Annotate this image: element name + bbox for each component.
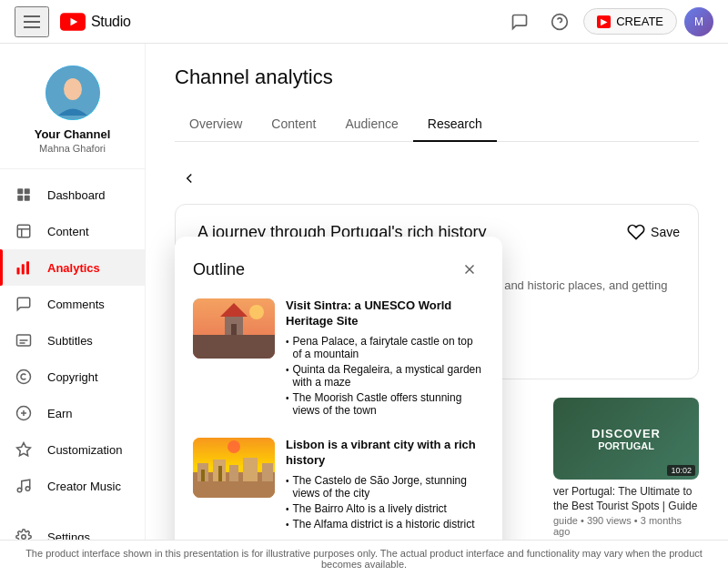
svg-point-5 [64, 78, 82, 100]
back-button[interactable] [175, 164, 204, 193]
sintra-title: Visit Sintra: a UNESCO World Heritage Si… [286, 298, 484, 329]
messages-icon [511, 13, 529, 31]
svg-rect-10 [25, 196, 30, 201]
settings-icon [15, 528, 33, 540]
help-button[interactable] [543, 5, 576, 38]
video-duration-2: 10:02 [667, 465, 695, 476]
outline-modal: Outline [175, 237, 502, 540]
dashboard-icon [15, 186, 33, 204]
svg-point-24 [17, 488, 22, 492]
sidebar-item-analytics[interactable]: Analytics [0, 249, 145, 286]
lisbon-point-2: • The Bairro Alto is a lively district [286, 502, 484, 515]
lisbon-thumbnail [193, 438, 275, 498]
channel-avatar[interactable] [46, 66, 100, 120]
analytics-tabs: Overview Content Audience Research [175, 107, 699, 142]
sidebar-item-creator-music[interactable]: Creator Music [0, 468, 145, 504]
sidebar-item-comments[interactable]: Comments [0, 286, 145, 322]
youtube-logo[interactable]: Studio [60, 13, 131, 31]
discover-title: ver Portugal: The Ultimate to the Best T… [553, 485, 699, 513]
back-icon [181, 170, 197, 187]
sidebar-item-content[interactable]: Content [0, 213, 145, 249]
messages-button[interactable] [503, 5, 536, 38]
creator-music-icon [15, 477, 33, 495]
dashboard-label: Dashboard [47, 188, 106, 202]
sidebar-item-subtitles[interactable]: Subtitles [0, 322, 145, 359]
tab-content[interactable]: Content [257, 107, 330, 142]
discover-video-card: DISCOVER PORTUGAL 10:02 ver Portugal: Th… [553, 398, 699, 540]
channel-avatar-img [46, 66, 100, 120]
content-label: Content [47, 225, 89, 238]
svg-rect-43 [218, 466, 222, 481]
customization-label: Customization [47, 443, 122, 457]
lisbon-content: Lisbon is a vibrant city with a rich his… [286, 438, 484, 533]
sidebar-nav: Dashboard Content Analytics [0, 169, 145, 540]
outline-header: Outline [193, 255, 484, 284]
footer-text: The product interface shown in this pres… [22, 548, 706, 570]
earn-label: Earn [47, 407, 72, 420]
sidebar-item-copyright[interactable]: Copyright [0, 359, 145, 395]
sintra-point-3: • The Moorish Castle offers stunning vie… [286, 391, 484, 417]
footer: The product interface shown in this pres… [0, 540, 728, 576]
svg-rect-8 [25, 188, 30, 194]
discover-meta: guide • 390 views • 3 months ago [553, 515, 699, 537]
svg-rect-7 [17, 188, 23, 194]
save-button[interactable]: Save [627, 223, 680, 241]
svg-rect-42 [201, 470, 205, 481]
help-icon [551, 13, 569, 31]
header: Studio ▶ CREATE M [0, 0, 728, 44]
create-button[interactable]: ▶ CREATE [583, 8, 677, 35]
save-label: Save [651, 225, 680, 239]
svg-rect-15 [22, 264, 25, 274]
creator-music-label: Creator Music [47, 480, 121, 493]
svg-rect-39 [229, 465, 238, 481]
sintra-content: Visit Sintra: a UNESCO World Heritage Si… [286, 298, 484, 419]
sidebar-item-customization[interactable]: Customization [0, 431, 145, 468]
analytics-icon [15, 258, 33, 277]
main-layout: Your Channel Mahna Ghafori Dashboard Con… [0, 44, 728, 540]
tab-overview[interactable]: Overview [175, 107, 257, 142]
settings-label: Settings [47, 531, 90, 541]
svg-rect-11 [17, 225, 30, 237]
outline-title: Outline [193, 260, 245, 279]
customization-icon [15, 440, 33, 459]
outline-item-sintra: Visit Sintra: a UNESCO World Heritage Si… [193, 298, 484, 419]
comments-icon [15, 295, 33, 313]
create-label: CREATE [616, 15, 663, 28]
save-icon [627, 223, 645, 241]
channel-name: Your Channel [11, 127, 134, 141]
svg-rect-40 [243, 458, 258, 481]
avatar-initials: M [694, 15, 703, 28]
svg-point-44 [228, 440, 240, 453]
tab-research[interactable]: Research [413, 107, 497, 142]
earn-icon [15, 404, 33, 422]
sidebar-item-dashboard[interactable]: Dashboard [0, 177, 145, 213]
sintra-thumbnail [193, 298, 275, 359]
user-avatar[interactable]: M [684, 7, 713, 36]
research-panel: A journey through Portugal's rich histor… [175, 164, 699, 540]
comments-label: Comments [47, 298, 105, 311]
portugal-text: PORTUGAL [598, 440, 654, 451]
svg-rect-30 [193, 335, 275, 359]
outline-card: Outline [175, 237, 502, 540]
sidebar-item-earn[interactable]: Earn [0, 395, 145, 431]
copyright-icon [15, 368, 33, 386]
outline-close-button[interactable] [455, 255, 484, 284]
svg-rect-14 [17, 268, 20, 275]
tab-audience[interactable]: Audience [330, 107, 412, 142]
main-content: Channel analytics Overview Content Audie… [146, 44, 728, 540]
content-inner: Channel analytics Overview Content Audie… [146, 44, 728, 540]
create-yt-icon: ▶ [597, 15, 611, 28]
sintra-point-1: • Pena Palace, a fairytale castle on top… [286, 335, 484, 360]
svg-point-34 [249, 305, 264, 319]
close-icon [461, 261, 478, 278]
page-title: Channel analytics [175, 66, 699, 89]
svg-rect-41 [262, 463, 273, 481]
content-icon [15, 222, 33, 240]
sidebar-item-settings[interactable]: Settings [0, 519, 145, 540]
lisbon-point-1: • The Castelo de São Jorge, stunning vie… [286, 474, 484, 500]
menu-button[interactable] [15, 6, 49, 37]
discover-text: DISCOVER [592, 427, 661, 440]
sidebar: Your Channel Mahna Ghafori Dashboard Con… [0, 44, 146, 540]
yt-logo-icon [60, 13, 86, 31]
subtitles-label: Subtitles [47, 334, 93, 348]
